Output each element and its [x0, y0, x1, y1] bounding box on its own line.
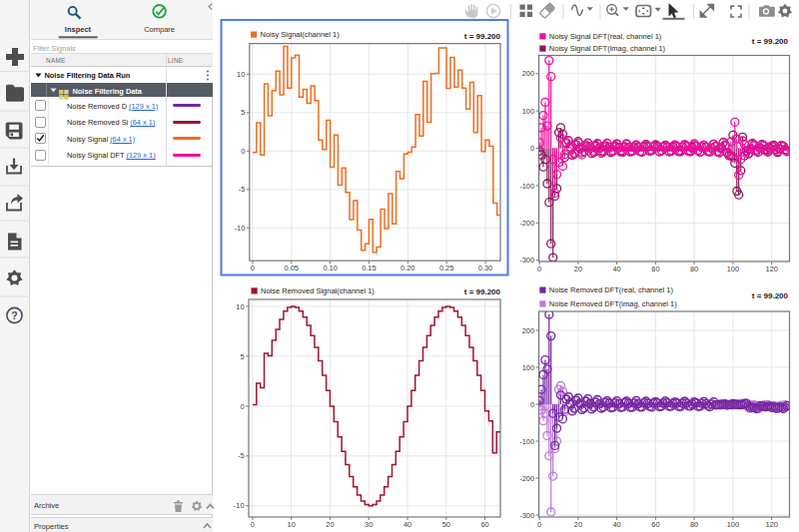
svg-text:Inspect: Inspect: [65, 25, 92, 34]
svg-text:Noisy Signal DFT(imag, channel: Noisy Signal DFT(imag, channel 1): [549, 44, 666, 53]
svg-text:0: 0: [251, 520, 255, 529]
svg-text:Noise Removed DFT(real, channe: Noise Removed DFT(real, channel 1): [549, 285, 674, 294]
svg-text:60: 60: [651, 520, 659, 529]
svg-text:Noise Removed Signal(channel 1: Noise Removed Signal(channel 1): [261, 286, 375, 295]
svg-text:0: 0: [530, 400, 534, 409]
svg-text:10: 10: [236, 302, 244, 311]
svg-text:80: 80: [690, 265, 698, 273]
svg-text:-300: -300: [519, 511, 534, 520]
svg-text:50: 50: [442, 520, 450, 529]
svg-text:100: 100: [522, 107, 534, 116]
svg-text:20: 20: [574, 520, 582, 529]
svg-text:0: 0: [240, 402, 244, 411]
svg-text:0: 0: [251, 264, 255, 272]
svg-text:0: 0: [537, 520, 541, 529]
svg-text:5: 5: [241, 108, 245, 117]
svg-text:20: 20: [326, 520, 334, 529]
svg-text:0.30: 0.30: [478, 264, 492, 272]
svg-text:10: 10: [288, 520, 296, 529]
svg-text:5: 5: [240, 352, 244, 361]
svg-text:0: 0: [241, 147, 245, 156]
svg-text:-10: -10: [234, 501, 245, 510]
svg-text:t = 99.200: t = 99.200: [752, 291, 789, 300]
svg-text:-10: -10: [235, 224, 246, 233]
svg-text:-200: -200: [519, 219, 534, 228]
svg-text:Noisy Signal(channel 1): Noisy Signal(channel 1): [261, 30, 341, 39]
svg-text:100: 100: [727, 265, 739, 273]
svg-text:30: 30: [365, 520, 373, 529]
svg-text:0.10: 0.10: [323, 264, 337, 272]
svg-text:-5: -5: [238, 451, 245, 460]
svg-text:t = 99.200: t = 99.200: [752, 37, 789, 46]
svg-text:-100: -100: [519, 182, 534, 191]
svg-text:40: 40: [403, 520, 411, 529]
svg-text:-200: -200: [519, 474, 534, 483]
svg-text:Noise Removed DFT(imag, channe: Noise Removed DFT(imag, channel 1): [549, 299, 677, 308]
svg-text:0.25: 0.25: [439, 264, 453, 272]
svg-text:20: 20: [574, 265, 582, 273]
svg-text:200: 200: [522, 326, 534, 335]
svg-text:40: 40: [612, 265, 620, 273]
svg-text:0.20: 0.20: [400, 264, 414, 272]
svg-text:0.15: 0.15: [362, 264, 376, 272]
svg-text:0: 0: [537, 265, 541, 273]
svg-text:t = 99.200: t = 99.200: [464, 32, 501, 41]
svg-text:?: ?: [11, 309, 17, 321]
svg-text:t = 99.200: t = 99.200: [464, 287, 501, 296]
svg-text:0: 0: [530, 144, 534, 153]
svg-text:100: 100: [727, 520, 739, 529]
svg-text:Compare: Compare: [144, 25, 175, 34]
svg-text:-5: -5: [239, 185, 246, 194]
svg-text:40: 40: [612, 520, 620, 529]
svg-text:120: 120: [766, 265, 778, 273]
svg-text:-300: -300: [519, 256, 534, 265]
svg-text:Noisy Signal DFT(real, channel: Noisy Signal DFT(real, channel 1): [549, 32, 662, 41]
svg-text:120: 120: [766, 520, 778, 529]
svg-text:200: 200: [522, 69, 534, 78]
svg-text:100: 100: [522, 363, 534, 372]
svg-text:-100: -100: [519, 437, 534, 446]
svg-text:10: 10: [237, 70, 245, 79]
svg-text:60: 60: [480, 520, 488, 529]
svg-text:0.05: 0.05: [285, 264, 299, 272]
svg-text:60: 60: [651, 265, 659, 273]
svg-text:80: 80: [690, 520, 698, 529]
